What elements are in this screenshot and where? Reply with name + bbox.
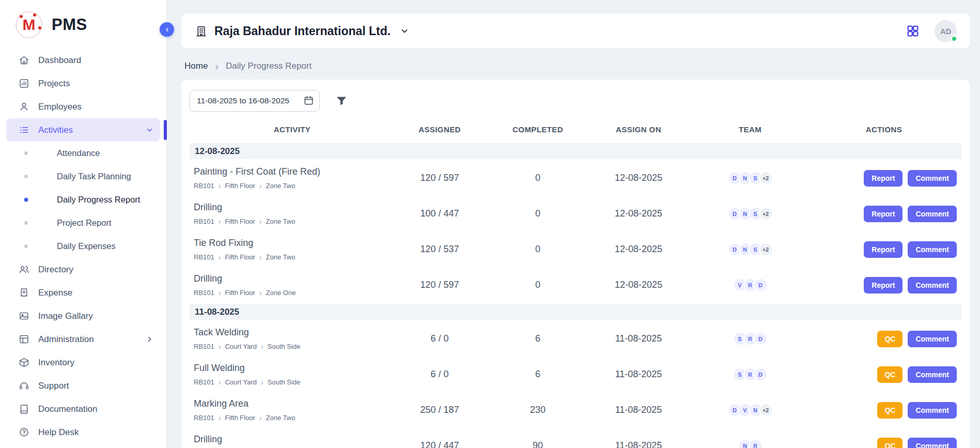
chevron-right-icon: ›: [219, 218, 221, 225]
sidebar-item-directory[interactable]: Directory: [6, 258, 160, 281]
sidebar-item-image-gallary[interactable]: Image Gallary: [6, 304, 160, 328]
company-selector[interactable]: Raja Bahadur International Ltd.: [195, 24, 410, 38]
sidebar-item-label: Projects: [38, 79, 70, 89]
comment-button[interactable]: Comment: [908, 402, 957, 419]
column-header-assigned: ASSIGNED: [391, 125, 489, 134]
sidebar-item-label: Documentation: [38, 404, 97, 414]
activity-title: Tie Rod Fixing: [194, 238, 391, 249]
activity-title: Tack Welding: [194, 327, 391, 338]
sidebar-subitem-daily-progress-report[interactable]: Daily Progress Report: [0, 188, 166, 211]
report-button[interactable]: Report: [864, 277, 903, 293]
sidebar-item-expense[interactable]: Expense: [6, 281, 160, 304]
sidebar-subitem-daily-task-planning[interactable]: Daily Task Planning: [0, 165, 166, 188]
logo-row: M PMS: [0, 0, 166, 45]
apps-grid-icon: [906, 24, 920, 38]
location-segment: South Side: [268, 343, 301, 350]
team-overflow-badge: +2: [759, 207, 773, 221]
activity-cell: Painting - First Coat (Fire Red)RB101›Fi…: [194, 166, 391, 190]
actions-cell: ReportComment: [810, 277, 958, 293]
activity-cell: Full WeldingRB101›Court Yard›South Side: [194, 363, 391, 386]
assigned-value: 120 / 537: [391, 244, 489, 255]
team-cell: DNS+2: [690, 171, 810, 185]
sidebar-subitem-attendance[interactable]: Attendance: [0, 142, 166, 165]
help-icon: [19, 427, 29, 438]
sidebar-item-projects[interactable]: Projects: [6, 72, 160, 95]
location-segment: Fifth Floor: [225, 182, 255, 190]
layers-icon: [19, 334, 29, 345]
comment-button[interactable]: Comment: [908, 206, 957, 222]
comment-button[interactable]: Comment: [908, 277, 957, 293]
team-cell: DVN+2: [690, 403, 810, 417]
home-icon: [19, 55, 29, 66]
team-cell: DNS+2: [690, 242, 810, 256]
location-segment: RB101: [194, 289, 214, 297]
column-header-actions: ACTIONS: [810, 125, 958, 134]
sidebar-item-label: Support: [38, 381, 69, 391]
sidebar-item-support[interactable]: Support: [6, 374, 160, 397]
comment-button[interactable]: Comment: [908, 331, 957, 347]
sidebar-nav: DashboardProjectsEmployeesActivitiesAtte…: [0, 45, 166, 444]
date-range-input[interactable]: [190, 90, 320, 112]
location-segment: RB101: [194, 414, 214, 422]
sidebar-item-label: Administration: [38, 334, 94, 345]
comment-button[interactable]: Comment: [908, 170, 957, 187]
qc-button[interactable]: QC: [877, 366, 903, 383]
user-avatar[interactable]: AD: [935, 20, 957, 42]
qc-button[interactable]: QC: [877, 331, 903, 347]
report-button[interactable]: Report: [864, 241, 903, 258]
column-header-assign-on: ASSIGN ON: [587, 125, 690, 134]
assign-on-value: 12-08-2025: [587, 173, 690, 183]
team-overflow-badge: +2: [759, 171, 773, 185]
report-button[interactable]: Report: [864, 206, 903, 222]
actions-cell: QCComment: [810, 366, 958, 383]
report-toolbar: [190, 89, 962, 115]
assigned-value: 120 / 447: [391, 440, 489, 448]
location-segment: Zone Two: [266, 414, 295, 422]
assigned-value: 120 / 597: [391, 173, 489, 183]
sidebar-collapse-button[interactable]: [160, 22, 174, 37]
table-row: DrillingRB101›Fifth Floor›Zone Two100 / …: [190, 196, 962, 231]
sidebar-subitem-project-report[interactable]: Project Report: [0, 211, 166, 235]
location-segment: Zone One: [266, 289, 296, 297]
comment-button[interactable]: Comment: [908, 366, 957, 383]
comment-button[interactable]: Comment: [908, 438, 957, 448]
sidebar-item-administration[interactable]: Administration: [6, 328, 160, 351]
date-range-field[interactable]: [190, 90, 320, 112]
location-segment: Fifth Floor: [225, 253, 255, 261]
assign-on-value: 11-08-2025: [587, 369, 690, 380]
comment-button[interactable]: Comment: [908, 241, 957, 258]
report-card: ACTIVITY ASSIGNED COMPLETED ASSIGN ON TE…: [181, 80, 970, 448]
completed-value: 0: [489, 208, 587, 219]
chevron-right-icon: ›: [261, 379, 263, 386]
sidebar-subitem-daily-expenses[interactable]: Daily Expenses: [0, 235, 166, 258]
location-segment: Fifth Floor: [225, 218, 255, 225]
sidebar-item-help-desk[interactable]: Help Desk: [6, 421, 160, 444]
bullet-dot-icon: [24, 198, 28, 202]
sidebar-item-inventory[interactable]: Inventory: [6, 351, 160, 374]
breadcrumb-home[interactable]: Home: [184, 61, 208, 71]
apps-grid-button[interactable]: [906, 24, 920, 38]
app-root: M PMS DashboardProjectsEmployeesActiviti…: [0, 0, 980, 448]
sidebar-item-employees[interactable]: Employees: [6, 95, 160, 118]
online-status-dot: [951, 36, 957, 42]
topbar-actions: AD: [906, 20, 957, 42]
report-button[interactable]: Report: [864, 170, 903, 187]
column-header-completed: COMPLETED: [489, 125, 587, 134]
actions-cell: ReportComment: [810, 170, 958, 187]
sidebar-item-activities[interactable]: Activities: [6, 118, 160, 142]
filter-button[interactable]: [335, 95, 348, 107]
team-avatar: D: [754, 332, 768, 346]
team-avatar: D: [754, 367, 768, 381]
team-cell: NR: [690, 439, 810, 448]
chevron-down-icon: [145, 126, 154, 134]
building-icon: [195, 25, 208, 38]
qc-button[interactable]: QC: [877, 438, 903, 448]
sidebar-item-documentation[interactable]: Documentation: [6, 397, 160, 421]
location-segment: Court Yard: [225, 343, 257, 350]
avatar-initials: AD: [940, 27, 952, 36]
qc-button[interactable]: QC: [877, 402, 903, 419]
sidebar-subitem-label: Daily Task Planning: [57, 172, 131, 181]
sidebar-subitem-label: Project Report: [57, 218, 111, 228]
sidebar-item-dashboard[interactable]: Dashboard: [6, 49, 160, 72]
assign-on-value: 12-08-2025: [587, 208, 690, 219]
